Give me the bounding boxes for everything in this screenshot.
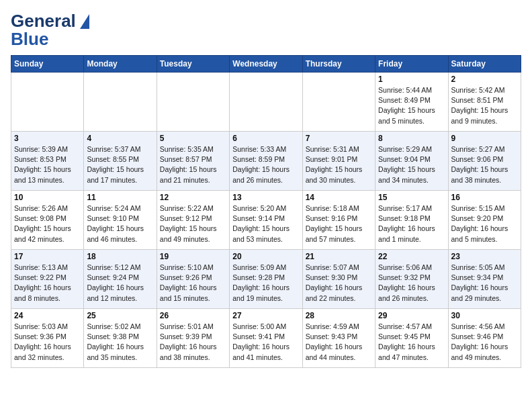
calendar-cell: 12Sunrise: 5:22 AM Sunset: 9:12 PM Dayli…	[157, 191, 229, 250]
day-number: 18	[87, 252, 153, 261]
day-number: 4	[87, 134, 153, 143]
day-info: Sunrise: 5:01 AM Sunset: 9:39 PM Dayligh…	[160, 322, 226, 363]
calendar-cell: 14Sunrise: 5:18 AM Sunset: 9:16 PM Dayli…	[302, 191, 375, 250]
day-number: 3	[14, 134, 81, 143]
calendar-cell	[157, 73, 229, 132]
day-number: 25	[87, 311, 153, 320]
calendar-cell	[230, 73, 302, 132]
calendar-cell: 16Sunrise: 5:15 AM Sunset: 9:20 PM Dayli…	[448, 191, 521, 250]
calendar-cell: 15Sunrise: 5:17 AM Sunset: 9:18 PM Dayli…	[375, 191, 448, 250]
day-info: Sunrise: 5:00 AM Sunset: 9:41 PM Dayligh…	[232, 322, 299, 363]
day-info: Sunrise: 4:59 AM Sunset: 9:43 PM Dayligh…	[306, 322, 372, 363]
calendar-cell: 27Sunrise: 5:00 AM Sunset: 9:41 PM Dayli…	[230, 309, 302, 368]
day-info: Sunrise: 4:57 AM Sunset: 9:45 PM Dayligh…	[378, 322, 445, 363]
day-info: Sunrise: 5:42 AM Sunset: 8:51 PM Dayligh…	[451, 85, 518, 126]
day-number: 13	[232, 193, 299, 202]
calendar-week-row: 3Sunrise: 5:39 AM Sunset: 8:53 PM Daylig…	[11, 132, 521, 191]
day-number: 2	[451, 75, 518, 84]
calendar-cell: 29Sunrise: 4:57 AM Sunset: 9:45 PM Dayli…	[375, 309, 448, 368]
day-number: 23	[451, 252, 518, 261]
calendar-cell: 1Sunrise: 5:44 AM Sunset: 8:49 PM Daylig…	[375, 73, 448, 132]
calendar-cell: 26Sunrise: 5:01 AM Sunset: 9:39 PM Dayli…	[157, 309, 229, 368]
day-info: Sunrise: 5:35 AM Sunset: 8:57 PM Dayligh…	[160, 144, 226, 185]
calendar-cell: 25Sunrise: 5:02 AM Sunset: 9:38 PM Dayli…	[84, 309, 157, 368]
day-number: 28	[306, 311, 372, 320]
day-info: Sunrise: 5:12 AM Sunset: 9:24 PM Dayligh…	[87, 263, 153, 304]
calendar-week-row: 1Sunrise: 5:44 AM Sunset: 8:49 PM Daylig…	[11, 73, 521, 132]
day-info: Sunrise: 5:44 AM Sunset: 8:49 PM Dayligh…	[378, 85, 445, 126]
weekday-header-saturday: Saturday	[448, 56, 521, 73]
day-info: Sunrise: 5:31 AM Sunset: 9:01 PM Dayligh…	[306, 144, 372, 185]
day-info: Sunrise: 5:17 AM Sunset: 9:18 PM Dayligh…	[378, 203, 445, 244]
weekday-header-wednesday: Wednesday	[230, 56, 302, 73]
day-number: 17	[14, 252, 81, 261]
day-info: Sunrise: 5:13 AM Sunset: 9:22 PM Dayligh…	[14, 263, 81, 304]
calendar-cell: 13Sunrise: 5:20 AM Sunset: 9:14 PM Dayli…	[230, 191, 302, 250]
calendar-cell	[84, 73, 157, 132]
calendar-cell: 8Sunrise: 5:29 AM Sunset: 9:04 PM Daylig…	[375, 132, 448, 191]
weekday-header-thursday: Thursday	[302, 56, 375, 73]
calendar-cell: 10Sunrise: 5:26 AM Sunset: 9:08 PM Dayli…	[11, 191, 84, 250]
day-number: 15	[378, 193, 445, 202]
day-info: Sunrise: 5:37 AM Sunset: 8:55 PM Dayligh…	[87, 144, 153, 185]
day-number: 27	[232, 311, 299, 320]
day-info: Sunrise: 5:10 AM Sunset: 9:26 PM Dayligh…	[160, 263, 226, 304]
day-info: Sunrise: 5:33 AM Sunset: 8:59 PM Dayligh…	[232, 144, 299, 185]
day-info: Sunrise: 4:56 AM Sunset: 9:46 PM Dayligh…	[451, 322, 518, 363]
calendar-cell: 4Sunrise: 5:37 AM Sunset: 8:55 PM Daylig…	[84, 132, 157, 191]
calendar-cell: 24Sunrise: 5:03 AM Sunset: 9:36 PM Dayli…	[11, 309, 84, 368]
day-number: 20	[232, 252, 299, 261]
day-info: Sunrise: 5:07 AM Sunset: 9:30 PM Dayligh…	[306, 263, 372, 304]
calendar-cell: 22Sunrise: 5:06 AM Sunset: 9:32 PM Dayli…	[375, 250, 448, 309]
calendar-week-row: 10Sunrise: 5:26 AM Sunset: 9:08 PM Dayli…	[11, 191, 521, 250]
calendar-cell: 23Sunrise: 5:05 AM Sunset: 9:34 PM Dayli…	[448, 250, 521, 309]
logo-triangle-icon	[80, 14, 89, 29]
weekday-header-tuesday: Tuesday	[157, 56, 229, 73]
day-info: Sunrise: 5:26 AM Sunset: 9:08 PM Dayligh…	[14, 203, 81, 244]
calendar-cell: 7Sunrise: 5:31 AM Sunset: 9:01 PM Daylig…	[302, 132, 375, 191]
page-header: General Blue	[11, 11, 521, 50]
day-number: 14	[306, 193, 372, 202]
day-number: 30	[451, 311, 518, 320]
calendar-cell: 2Sunrise: 5:42 AM Sunset: 8:51 PM Daylig…	[448, 73, 521, 132]
calendar-cell: 20Sunrise: 5:09 AM Sunset: 9:28 PM Dayli…	[230, 250, 302, 309]
calendar-cell: 18Sunrise: 5:12 AM Sunset: 9:24 PM Dayli…	[84, 250, 157, 309]
calendar-cell: 6Sunrise: 5:33 AM Sunset: 8:59 PM Daylig…	[230, 132, 302, 191]
day-number: 7	[306, 134, 372, 143]
calendar-cell: 9Sunrise: 5:27 AM Sunset: 9:06 PM Daylig…	[448, 132, 521, 191]
calendar-cell: 21Sunrise: 5:07 AM Sunset: 9:30 PM Dayli…	[302, 250, 375, 309]
day-number: 1	[378, 75, 445, 84]
day-number: 5	[160, 134, 226, 143]
day-info: Sunrise: 5:05 AM Sunset: 9:34 PM Dayligh…	[451, 263, 518, 304]
weekday-header-friday: Friday	[375, 56, 448, 73]
day-info: Sunrise: 5:15 AM Sunset: 9:20 PM Dayligh…	[451, 203, 518, 244]
day-number: 12	[160, 193, 226, 202]
weekday-header-sunday: Sunday	[11, 56, 84, 73]
day-info: Sunrise: 5:02 AM Sunset: 9:38 PM Dayligh…	[87, 322, 153, 363]
day-info: Sunrise: 5:18 AM Sunset: 9:16 PM Dayligh…	[306, 203, 372, 244]
calendar-cell: 19Sunrise: 5:10 AM Sunset: 9:26 PM Dayli…	[157, 250, 229, 309]
day-info: Sunrise: 5:09 AM Sunset: 9:28 PM Dayligh…	[232, 263, 299, 304]
day-number: 22	[378, 252, 445, 261]
calendar-cell: 3Sunrise: 5:39 AM Sunset: 8:53 PM Daylig…	[11, 132, 84, 191]
day-number: 16	[451, 193, 518, 202]
day-number: 29	[378, 311, 445, 320]
day-number: 10	[14, 193, 81, 202]
day-number: 8	[378, 134, 445, 143]
calendar-week-row: 17Sunrise: 5:13 AM Sunset: 9:22 PM Dayli…	[11, 250, 521, 309]
day-number: 19	[160, 252, 226, 261]
calendar-cell: 30Sunrise: 4:56 AM Sunset: 9:46 PM Dayli…	[448, 309, 521, 368]
day-info: Sunrise: 5:03 AM Sunset: 9:36 PM Dayligh…	[14, 322, 81, 363]
day-number: 26	[160, 311, 226, 320]
day-info: Sunrise: 5:20 AM Sunset: 9:14 PM Dayligh…	[232, 203, 299, 244]
weekday-header-monday: Monday	[84, 56, 157, 73]
day-info: Sunrise: 5:39 AM Sunset: 8:53 PM Dayligh…	[14, 144, 81, 185]
day-info: Sunrise: 5:22 AM Sunset: 9:12 PM Dayligh…	[160, 203, 226, 244]
logo: General Blue	[11, 11, 89, 50]
calendar-cell: 28Sunrise: 4:59 AM Sunset: 9:43 PM Dayli…	[302, 309, 375, 368]
day-info: Sunrise: 5:24 AM Sunset: 9:10 PM Dayligh…	[87, 203, 153, 244]
calendar-header-row: SundayMondayTuesdayWednesdayThursdayFrid…	[11, 56, 521, 73]
calendar-cell	[302, 73, 375, 132]
calendar-table: SundayMondayTuesdayWednesdayThursdayFrid…	[11, 55, 521, 368]
day-number: 6	[232, 134, 299, 143]
